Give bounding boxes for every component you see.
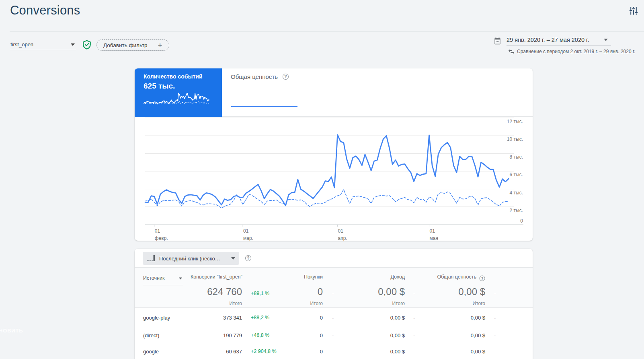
conversions-column-label: Конверсии "first_open" <box>191 274 242 280</box>
row-purchases: 0 <box>299 332 323 338</box>
refresh-button-ghost: ОБНОВИТЬ <box>0 328 23 334</box>
table-header: Источник Конверсии "first_open" Покупки … <box>135 268 533 308</box>
svg-text:10 тыс.: 10 тыс. <box>507 136 523 142</box>
svg-text:01: 01 <box>338 228 344 234</box>
source-column-header[interactable]: Источник <box>143 274 183 285</box>
row-purchases-compare: - <box>332 332 334 338</box>
help-icon[interactable]: ? <box>480 276 485 281</box>
customize-report-button[interactable] <box>628 5 639 17</box>
tab-event-count-label: Количество событий <box>144 73 203 80</box>
total-label: Итого <box>299 301 323 306</box>
tune-icon <box>628 5 639 17</box>
row-revenue: 0,00 $ <box>373 349 405 355</box>
sources-table-card: Последний клик (неско… ? Источник Конвер… <box>135 249 533 359</box>
svg-text:2 тыс.: 2 тыс. <box>510 208 523 213</box>
date-range-value: 29 янв. 2020 г. – 27 мая 2020 г. <box>507 37 589 43</box>
row-conversions-delta: +2 904,8 % <box>251 349 277 354</box>
time-series-chart[interactable]: 02 тыс.4 тыс.6 тыс.8 тыс.10 тыс.12 тыс.0… <box>135 117 533 241</box>
help-icon[interactable]: ? <box>283 74 289 80</box>
last-click-attribution-icon <box>147 255 156 262</box>
row-source: google-play <box>143 314 170 320</box>
total-conversions-delta: +89,1 % <box>251 291 269 296</box>
row-purchases-compare: - <box>332 314 334 320</box>
total-revenue-compare: - <box>413 291 415 297</box>
row-revenue: 0,00 $ <box>373 314 405 320</box>
comparison-period-label: Сравнение с периодом 2 окт. 2019 г. – 29… <box>517 49 635 54</box>
row-total-value: 0,00 $ <box>453 314 485 320</box>
help-icon[interactable]: ? <box>245 255 251 261</box>
event-select-value: first_open <box>10 41 33 47</box>
svg-text:мар.: мар. <box>243 235 253 241</box>
svg-text:12 тыс.: 12 тыс. <box>507 119 523 124</box>
row-source: google <box>143 349 159 355</box>
tab-event-count[interactable]: Количество событий 625 тыс. <box>135 68 222 117</box>
total-revenue: 0,00 $ <box>357 286 405 297</box>
purchases-column-label: Покупки <box>299 274 323 280</box>
row-conversions-delta: +46,8 % <box>251 332 269 338</box>
metric-tabs: Количество событий 625 тыс. Общая ценнос… <box>135 68 533 117</box>
source-column-label: Источник <box>143 275 164 281</box>
chevron-down-icon <box>71 43 75 46</box>
tab-total-value[interactable]: Общая ценность ? <box>222 68 309 117</box>
row-total-value-compare: - <box>494 332 496 338</box>
verified-shield-icon <box>82 40 91 50</box>
total-value: 0,00 $ <box>437 286 485 297</box>
revenue-column-label: Доход <box>381 274 405 280</box>
header-divider <box>10 31 644 32</box>
row-purchases: 0 <box>299 349 323 355</box>
table-row: google-play 373 341 +88,2 % 0 - 0,00 $ -… <box>135 308 533 327</box>
table-row: google 60 637 +2 904,8 % 0 - 0,00 $ - 0,… <box>135 343 533 359</box>
row-total-value: 0,00 $ <box>453 349 485 355</box>
row-total-value: 0,00 $ <box>453 332 485 338</box>
row-revenue: 0,00 $ <box>373 332 405 338</box>
row-revenue-compare: - <box>413 332 415 338</box>
row-source: (direct) <box>143 332 159 338</box>
row-total-value-compare: - <box>494 349 496 355</box>
svg-text:01: 01 <box>155 228 160 234</box>
total-label: Итого <box>218 301 242 306</box>
source-caret-icon <box>179 278 182 280</box>
row-revenue-compare: - <box>413 349 415 355</box>
compare-arrows-icon <box>508 49 515 54</box>
tab-total-value-sparkline <box>231 106 297 107</box>
add-filter-label: Добавить фильтр <box>103 42 148 48</box>
svg-text:февр.: февр. <box>155 235 168 241</box>
event-select[interactable]: first_open <box>10 39 76 50</box>
total-label: Итого <box>461 301 485 306</box>
calendar-icon <box>494 37 501 45</box>
svg-text:4 тыс.: 4 тыс. <box>510 190 523 196</box>
attribution-model-select[interactable]: Последний клик (неско… <box>143 252 239 265</box>
svg-text:01: 01 <box>429 228 435 234</box>
tab-total-value-label: Общая ценность <box>231 73 278 80</box>
total-value-compare: - <box>494 291 496 297</box>
svg-text:мая: мая <box>429 235 438 241</box>
tab-sparkline <box>143 91 211 108</box>
table-row: (direct) 190 779 +46,8 % 0 - 0,00 $ - 0,… <box>135 327 533 343</box>
row-conversions: 60 637 <box>202 349 242 355</box>
total-label: Итого <box>381 301 405 306</box>
plus-icon: + <box>158 41 162 49</box>
svg-text:0: 0 <box>520 218 523 224</box>
svg-text:6 тыс.: 6 тыс. <box>510 172 523 177</box>
row-revenue-compare: - <box>413 314 415 320</box>
svg-text:апр.: апр. <box>338 235 347 241</box>
comparison-period[interactable]: Сравнение с периодом 2 окт. 2019 г. – 29… <box>508 49 635 54</box>
row-purchases: 0 <box>299 314 323 320</box>
tab-event-count-value: 625 тыс. <box>144 82 175 91</box>
page-title: Conversions <box>10 3 80 18</box>
add-filter-button[interactable]: Добавить фильтр + <box>96 39 169 51</box>
total-conversions: 624 760 <box>182 286 242 297</box>
row-conversions-delta: +88,2 % <box>251 315 269 320</box>
attribution-bar: Последний клик (неско… ? <box>135 249 533 268</box>
row-total-value-compare: - <box>494 314 496 320</box>
svg-text:01: 01 <box>243 228 249 234</box>
row-purchases-compare: - <box>332 349 334 355</box>
chart-card: Количество событий 625 тыс. Общая ценнос… <box>135 68 533 241</box>
attribution-model-value: Последний клик (неско… <box>159 256 228 262</box>
total-purchases-compare: - <box>332 291 334 297</box>
total-purchases: 0 <box>283 286 323 297</box>
row-conversions: 190 779 <box>202 332 242 338</box>
attribution-caret-icon <box>231 257 235 260</box>
date-caret-icon <box>604 39 608 41</box>
row-conversions: 373 341 <box>202 314 242 320</box>
